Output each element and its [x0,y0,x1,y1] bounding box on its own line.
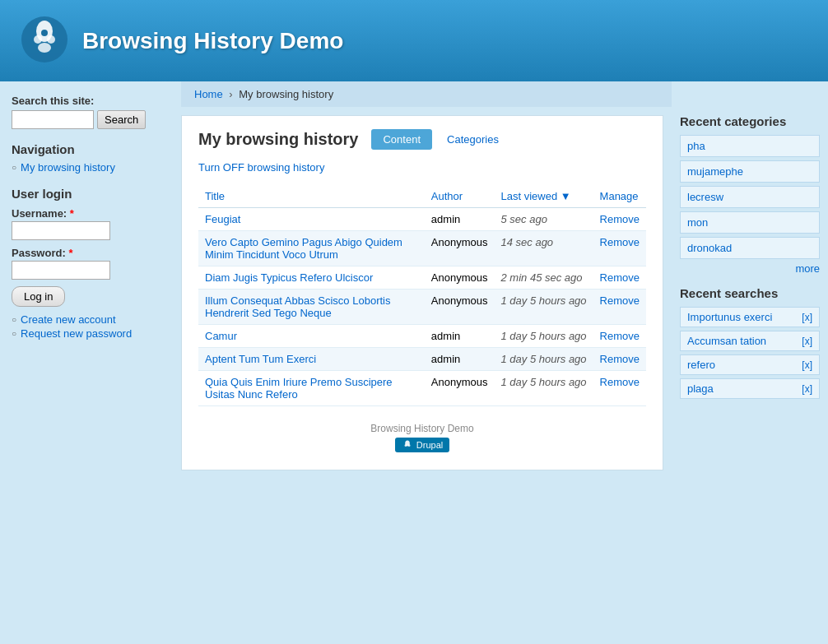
remove-link[interactable]: Remove [600,294,640,307]
category-item[interactable]: lecresw [680,186,820,208]
category-item[interactable]: pha [680,135,820,157]
recent-search-item: Accumsan tation[x] [680,331,820,351]
password-label: Password: * [12,247,170,259]
cell-title: Camur [198,325,425,348]
title-link[interactable]: Quia Quis Enim Iriure Premo Suscipere Us… [205,376,393,401]
title-link[interactable]: Aptent Tum Tum Exerci [205,353,316,365]
breadcrumb-home[interactable]: Home [194,88,223,100]
recent-search-remove[interactable]: [x] [802,383,812,395]
table-row: Quia Quis Enim Iriure Premo Suscipere Us… [198,371,646,406]
title-link[interactable]: Camur [205,330,237,342]
search-input[interactable] [12,110,94,129]
col-title: Title [198,185,425,208]
more-categories-link[interactable]: more [680,262,820,275]
footer-text: Browsing History Demo [198,423,646,434]
cell-author: Anonymous [425,290,495,325]
remove-link[interactable]: Remove [600,213,640,225]
remove-link[interactable]: Remove [600,330,640,342]
cell-manage: Remove [593,266,646,290]
svg-point-9 [407,444,410,447]
cell-manage: Remove [593,208,646,231]
sidebar-item-browsing-history[interactable]: My browsing history [12,161,170,174]
recent-search-remove[interactable]: [x] [802,312,812,323]
recent-search-text[interactable]: plaga [687,382,714,395]
tab-content[interactable]: Content [371,129,432,150]
cell-last-viewed: 1 day 5 hours ago [495,290,593,325]
svg-point-5 [41,30,48,36]
col-manage: Manage [593,185,646,208]
password-input[interactable] [12,261,110,280]
cell-title: Vero Capto Gemino Pagus Abigo Quidem Min… [198,231,425,266]
cell-title: Illum Consequat Abbas Scisco Lobortis He… [198,290,425,325]
search-button[interactable]: Search [97,110,146,129]
searches-list: Importunus exerci[x]Accumsan tation[x]re… [680,307,820,399]
title-link[interactable]: Feugiat [205,213,240,225]
table-row: Diam Jugis Typicus Refero UlciscorAnonym… [198,266,646,290]
category-item[interactable]: dronokad [680,237,820,259]
recent-categories-title: Recent categories [680,114,820,128]
table-row: Camuradmin1 day 5 hours agoRemove [198,325,646,348]
cell-title: Feugiat [198,208,425,231]
tab-categories[interactable]: Categories [435,129,510,150]
cell-last-viewed: 1 day 5 hours ago [495,371,593,406]
category-item[interactable]: mujamephe [680,160,820,183]
panel-footer: Browsing History Demo Drupal [198,423,646,453]
cell-last-viewed: 1 day 5 hours ago [495,325,593,348]
cell-author: admin [425,325,495,348]
username-input[interactable] [12,221,110,240]
login-button[interactable]: Log in [12,286,65,307]
recent-search-remove[interactable]: [x] [802,336,812,347]
main-panel: My browsing history Content Categories T… [181,115,663,470]
title-link[interactable]: Diam Jugis Typicus Refero Ulciscor [205,271,373,284]
svg-point-4 [38,43,51,53]
recent-search-text[interactable]: Accumsan tation [687,335,766,347]
request-password-link[interactable]: Request new password [12,327,170,340]
cell-manage: Remove [593,325,646,348]
table-row: Vero Capto Gemino Pagus Abigo Quidem Min… [198,231,646,266]
header: Browsing History Demo [0,0,828,81]
cell-last-viewed: 5 sec ago [495,208,593,231]
title-link[interactable]: Vero Capto Gemino Pagus Abigo Quidem Min… [205,236,402,261]
remove-link[interactable]: Remove [600,271,640,284]
breadcrumb-separator: › [229,88,232,100]
nav-heading: Navigation [12,142,170,156]
nav-link-label: My browsing history [21,161,115,174]
table-row: Feugiatadmin5 sec agoRemove [198,208,646,231]
remove-link[interactable]: Remove [600,236,640,248]
recent-search-item: Importunus exerci[x] [680,307,820,327]
recent-search-item: refero[x] [680,354,820,375]
turn-off-link[interactable]: Turn OFF browsing history [198,161,646,174]
svg-point-8 [404,444,407,447]
tab-buttons: Content Categories [371,129,509,150]
col-last-viewed[interactable]: Last viewed ▼ [495,185,593,208]
password-required: * [68,247,72,259]
create-account-link[interactable]: Create new account [12,313,170,326]
breadcrumb-current: My browsing history [239,88,333,100]
right-panel: Recent categories phamujamephelecreswmon… [672,81,828,495]
recent-search-text[interactable]: refero [687,359,715,371]
cell-author: admin [425,348,495,371]
col-author: Author [425,185,495,208]
site-title: Browsing History Demo [82,28,343,54]
breadcrumb: Home › My browsing history [181,81,672,107]
recent-search-remove[interactable]: [x] [802,359,812,371]
username-required: * [70,207,74,220]
search-site-label: Search this site: [12,95,170,107]
recent-searches-title: Recent searches [680,286,820,300]
cell-title: Quia Quis Enim Iriure Premo Suscipere Us… [198,371,425,406]
cell-manage: Remove [593,231,646,266]
cell-author: Anonymous [425,266,495,290]
logo [20,15,69,67]
remove-link[interactable]: Remove [600,376,640,388]
panel-header: My browsing history Content Categories [198,129,646,150]
table-row: Aptent Tum Tum Exerciadmin1 day 5 hours … [198,348,646,371]
title-link[interactable]: Illum Consequat Abbas Scisco Lobortis He… [205,294,390,319]
sidebar: Search this site: Search Navigation My b… [0,81,181,495]
cell-manage: Remove [593,371,646,406]
category-item[interactable]: mon [680,211,820,234]
cell-last-viewed: 14 sec ago [495,231,593,266]
content-area: Home › My browsing history My browsing h… [181,81,672,495]
recent-search-item: plaga[x] [680,378,820,399]
recent-search-text[interactable]: Importunus exerci [687,311,772,323]
remove-link[interactable]: Remove [600,353,640,365]
